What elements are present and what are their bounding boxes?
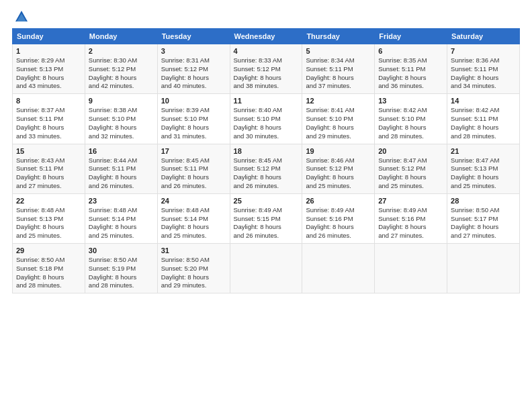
day-info-line: Daylight: 8 hours: [234, 223, 299, 232]
day-info-line: Sunset: 5:14 PM: [161, 215, 226, 224]
day-info-line: and 33 minutes.: [16, 132, 81, 141]
calendar-cell: 21Sunrise: 8:47 AMSunset: 5:13 PMDayligh…: [447, 144, 520, 193]
day-info-line: Sunset: 5:11 PM: [16, 165, 81, 173]
day-content: Sunrise: 8:41 AMSunset: 5:10 PMDaylight:…: [306, 106, 371, 140]
day-number: 24: [161, 197, 226, 205]
day-info-line: and 28 minutes.: [16, 281, 81, 290]
day-content: Sunrise: 8:50 AMSunset: 5:20 PMDaylight:…: [161, 256, 226, 290]
calendar-cell: 5Sunrise: 8:34 AMSunset: 5:11 PMDaylight…: [302, 44, 375, 94]
day-info-line: Sunrise: 8:45 AM: [161, 156, 226, 165]
day-info-line: Sunrise: 8:38 AM: [89, 106, 154, 115]
day-content: Sunrise: 8:50 AMSunset: 5:19 PMDaylight:…: [89, 256, 154, 290]
calendar-cell: 17Sunrise: 8:45 AMSunset: 5:11 PMDayligh…: [157, 144, 230, 193]
day-number: 15: [16, 147, 81, 155]
day-info-line: Sunset: 5:11 PM: [451, 65, 516, 74]
day-info-line: Sunset: 5:11 PM: [451, 115, 516, 124]
day-info-line: Daylight: 8 hours: [16, 223, 81, 232]
day-info-line: Sunset: 5:18 PM: [16, 265, 81, 273]
day-info-line: Sunrise: 8:33 AM: [234, 56, 299, 65]
day-info-line: Daylight: 8 hours: [378, 124, 443, 132]
day-number: 17: [161, 147, 226, 155]
day-info-line: Daylight: 8 hours: [451, 173, 516, 182]
calendar-cell: [302, 244, 375, 293]
day-content: Sunrise: 8:49 AMSunset: 5:15 PMDaylight:…: [234, 206, 299, 240]
day-info-line: and 34 minutes.: [451, 82, 516, 91]
day-info-line: Daylight: 8 hours: [451, 74, 516, 83]
day-number: 6: [378, 47, 443, 55]
day-info-line: Sunrise: 8:35 AM: [378, 56, 443, 65]
day-info-line: and 38 minutes.: [234, 82, 299, 91]
calendar-cell: 29Sunrise: 8:50 AMSunset: 5:18 PMDayligh…: [13, 244, 85, 293]
day-number: 21: [451, 147, 516, 155]
day-info-line: Sunset: 5:13 PM: [16, 215, 81, 224]
day-content: Sunrise: 8:46 AMSunset: 5:12 PMDaylight:…: [306, 156, 371, 191]
day-number: 20: [378, 147, 443, 155]
day-info-line: Sunrise: 8:37 AM: [16, 106, 81, 115]
day-content: Sunrise: 8:50 AMSunset: 5:17 PMDaylight:…: [451, 206, 516, 240]
day-info-line: Daylight: 8 hours: [378, 223, 443, 232]
day-number: 2: [89, 47, 154, 55]
day-info-line: and 29 minutes.: [161, 281, 226, 290]
day-content: Sunrise: 8:43 AMSunset: 5:11 PMDaylight:…: [16, 156, 81, 191]
day-number: 13: [378, 97, 443, 105]
day-info-line: Sunset: 5:10 PM: [378, 115, 443, 124]
day-info-line: Sunset: 5:19 PM: [89, 265, 154, 273]
day-number: 8: [16, 97, 81, 105]
calendar-cell: 16Sunrise: 8:44 AMSunset: 5:11 PMDayligh…: [85, 144, 157, 193]
day-info-line: and 31 minutes.: [161, 132, 226, 141]
day-info-line: Sunset: 5:12 PM: [306, 165, 371, 173]
day-number: 16: [89, 147, 154, 155]
calendar-cell: 22Sunrise: 8:48 AMSunset: 5:13 PMDayligh…: [13, 193, 85, 243]
weekday-header-row: SundayMondayTuesdayWednesdayThursdayFrid…: [13, 29, 520, 44]
day-info-line: Sunset: 5:15 PM: [234, 215, 299, 224]
day-info-line: and 26 minutes.: [234, 232, 299, 240]
weekday-header-wednesday: Wednesday: [230, 29, 302, 44]
calendar-cell: 10Sunrise: 8:39 AMSunset: 5:10 PMDayligh…: [157, 94, 230, 144]
weekday-header-thursday: Thursday: [302, 29, 375, 44]
day-info-line: Sunrise: 8:34 AM: [306, 56, 371, 65]
day-info-line: Sunrise: 8:40 AM: [234, 106, 299, 115]
calendar-cell: [375, 244, 447, 293]
day-info-line: Daylight: 8 hours: [16, 74, 81, 83]
calendar-table: SundayMondayTuesdayWednesdayThursdayFrid…: [12, 28, 520, 293]
day-info-line: and 27 minutes.: [16, 182, 81, 191]
day-info-line: Sunrise: 8:30 AM: [89, 56, 154, 65]
page: SundayMondayTuesdayWednesdayThursdayFrid…: [0, 0, 532, 411]
day-info-line: Sunrise: 8:42 AM: [451, 106, 516, 115]
calendar-cell: 4Sunrise: 8:33 AMSunset: 5:12 PMDaylight…: [230, 44, 302, 94]
day-content: Sunrise: 8:42 AMSunset: 5:10 PMDaylight:…: [378, 106, 443, 140]
day-info-line: Sunset: 5:14 PM: [89, 215, 154, 224]
day-content: Sunrise: 8:40 AMSunset: 5:10 PMDaylight:…: [234, 106, 299, 140]
day-info-line: Daylight: 8 hours: [89, 173, 154, 182]
day-info-line: Sunset: 5:11 PM: [161, 165, 226, 173]
day-content: Sunrise: 8:30 AMSunset: 5:12 PMDaylight:…: [89, 56, 154, 91]
weekday-header-friday: Friday: [375, 29, 447, 44]
day-info-line: Sunrise: 8:36 AM: [451, 56, 516, 65]
calendar-cell: 30Sunrise: 8:50 AMSunset: 5:19 PMDayligh…: [85, 244, 157, 293]
calendar-cell: 8Sunrise: 8:37 AMSunset: 5:11 PMDaylight…: [13, 94, 85, 144]
day-info-line: Daylight: 8 hours: [378, 173, 443, 182]
week-row-3: 15Sunrise: 8:43 AMSunset: 5:11 PMDayligh…: [13, 144, 520, 193]
day-info-line: and 26 minutes.: [89, 182, 154, 191]
day-number: 14: [451, 97, 516, 105]
week-row-5: 29Sunrise: 8:50 AMSunset: 5:18 PMDayligh…: [13, 244, 520, 293]
day-number: 31: [161, 246, 226, 255]
day-number: 5: [306, 47, 371, 55]
day-info-line: Daylight: 8 hours: [161, 273, 226, 282]
day-content: Sunrise: 8:42 AMSunset: 5:11 PMDaylight:…: [451, 106, 516, 140]
day-info-line: Daylight: 8 hours: [451, 124, 516, 132]
day-info-line: Sunset: 5:12 PM: [378, 165, 443, 173]
day-info-line: Sunrise: 8:45 AM: [234, 156, 299, 165]
day-info-line: Daylight: 8 hours: [306, 223, 371, 232]
day-info-line: Sunset: 5:12 PM: [234, 165, 299, 173]
day-content: Sunrise: 8:49 AMSunset: 5:16 PMDaylight:…: [306, 206, 371, 240]
day-info-line: and 25 minutes.: [306, 182, 371, 191]
day-info-line: Daylight: 8 hours: [234, 74, 299, 83]
day-info-line: Sunset: 5:12 PM: [89, 65, 154, 74]
day-content: Sunrise: 8:49 AMSunset: 5:16 PMDaylight:…: [378, 206, 443, 240]
day-number: 12: [306, 97, 371, 105]
day-info-line: Sunrise: 8:44 AM: [89, 156, 154, 165]
day-info-line: Daylight: 8 hours: [161, 124, 226, 132]
day-info-line: Sunset: 5:20 PM: [161, 265, 226, 273]
day-info-line: Sunset: 5:16 PM: [306, 215, 371, 224]
